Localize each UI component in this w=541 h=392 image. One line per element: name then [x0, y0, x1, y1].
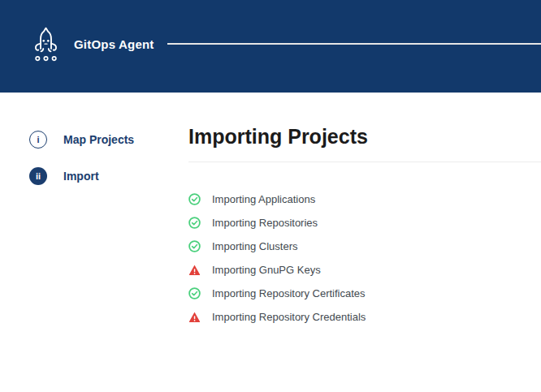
- title-divider: [188, 162, 541, 162]
- status-row-repository-certificates: Importing Repository Certificates: [188, 282, 541, 305]
- status-row-repository-credentials: Importing Repository Credentials: [188, 305, 541, 329]
- step-number-badge: ii: [29, 167, 47, 185]
- step-import[interactable]: ii Import: [29, 167, 188, 185]
- check-circle-icon: [188, 287, 201, 299]
- status-row-clusters: Importing Clusters: [188, 235, 541, 258]
- status-label: Importing Applications: [212, 193, 315, 205]
- check-circle-icon: [188, 193, 201, 205]
- check-circle-icon: [188, 240, 201, 252]
- check-circle-icon: [188, 217, 201, 229]
- status-label: Importing GnuPG Keys: [212, 264, 321, 276]
- import-status-list: Importing Applications Importing Reposit…: [188, 187, 541, 329]
- step-label: Map Projects: [63, 133, 134, 146]
- status-row-gnupg-keys: Importing GnuPG Keys: [188, 258, 541, 282]
- warning-triangle-icon: [188, 311, 201, 323]
- wizard-body: i Map Projects ii Import Importing Proje…: [0, 93, 541, 329]
- status-row-repositories: Importing Repositories: [188, 211, 541, 235]
- status-label: Importing Clusters: [212, 240, 297, 252]
- step-label: Import: [63, 170, 99, 183]
- status-label: Importing Repository Credentials: [212, 311, 366, 323]
- app-title: GitOps Agent: [74, 37, 154, 51]
- status-row-applications: Importing Applications: [188, 187, 541, 211]
- warning-triangle-icon: [188, 264, 201, 276]
- wizard-steps-sidebar: i Map Projects ii Import: [0, 93, 188, 204]
- app-header: GitOps Agent: [0, 0, 541, 93]
- header-divider-line: [167, 43, 541, 45]
- status-label: Importing Repository Certificates: [212, 287, 366, 299]
- step-number-badge: i: [29, 131, 47, 149]
- import-panel: Importing Projects Importing Application…: [188, 93, 541, 329]
- argo-octopus-icon: [31, 25, 61, 63]
- page-title: Importing Projects: [188, 126, 541, 149]
- status-label: Importing Repositories: [212, 217, 318, 229]
- step-map-projects[interactable]: i Map Projects: [29, 131, 188, 149]
